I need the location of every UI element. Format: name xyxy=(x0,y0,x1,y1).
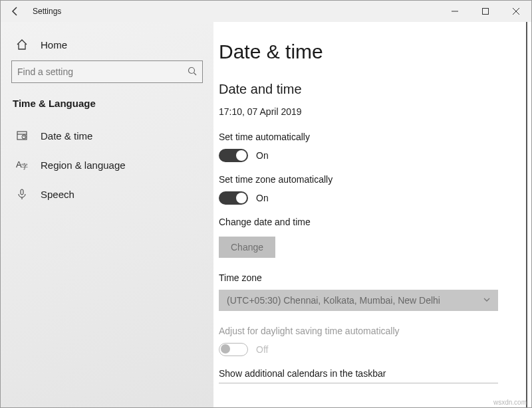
home-icon xyxy=(15,38,29,51)
maximize-icon xyxy=(482,8,489,15)
current-datetime: 17:10, 07 April 2019 xyxy=(219,106,511,117)
search-input-container[interactable] xyxy=(11,60,203,83)
maximize-button[interactable] xyxy=(470,1,501,22)
search-icon xyxy=(188,66,197,78)
minimize-icon xyxy=(452,8,458,15)
settings-window: Settings Home xyxy=(0,0,532,408)
window-controls xyxy=(440,1,531,22)
page-title: Date & time xyxy=(219,41,511,63)
content-area: Home Time & Language Date & time A字 R xyxy=(1,22,531,407)
arrow-left-icon xyxy=(10,6,21,17)
clock-icon xyxy=(15,129,29,142)
set-tz-auto-toggle[interactable] xyxy=(219,191,248,205)
mic-icon xyxy=(15,187,29,201)
app-title: Settings xyxy=(33,7,440,16)
sidebar: Home Time & Language Date & time A字 R xyxy=(1,22,213,407)
toggle-knob xyxy=(236,193,247,203)
svg-text:字: 字 xyxy=(21,163,28,170)
change-dt-label: Change date and time xyxy=(219,217,511,227)
sidebar-section-title: Time & Language xyxy=(11,98,203,109)
sidebar-item-label: Region & language xyxy=(41,159,126,171)
svg-rect-1 xyxy=(483,9,489,15)
toggle-knob xyxy=(221,344,230,354)
toggle-knob xyxy=(236,150,247,161)
main-panel: Date & time Date and time 17:10, 07 Apri… xyxy=(213,22,531,407)
set-tz-auto-state: On xyxy=(256,193,269,203)
additional-calendars-select-top[interactable] xyxy=(219,383,498,383)
timezone-label: Time zone xyxy=(219,272,511,283)
svg-line-5 xyxy=(194,72,197,75)
close-button[interactable] xyxy=(501,1,531,22)
set-time-auto-label: Set time automatically xyxy=(219,132,511,142)
back-button[interactable] xyxy=(1,1,30,22)
close-icon xyxy=(513,8,519,15)
dst-state: Off xyxy=(256,344,268,355)
section-heading: Date and time xyxy=(219,82,511,97)
set-tz-auto-toggle-row: On xyxy=(219,191,511,205)
set-time-auto-toggle-row: On xyxy=(219,149,511,162)
sidebar-item-date-time[interactable]: Date & time xyxy=(11,121,203,150)
sidebar-item-region[interactable]: A字 Region & language xyxy=(11,150,203,179)
titlebar: Settings xyxy=(1,1,531,22)
sidebar-item-label: Date & time xyxy=(41,130,92,142)
timezone-value: (UTC+05:30) Chennai, Kolkata, Mumbai, Ne… xyxy=(227,295,440,306)
set-time-auto-state: On xyxy=(256,150,269,161)
dst-label: Adjust for daylight saving time automati… xyxy=(219,326,511,336)
svg-rect-13 xyxy=(21,189,23,195)
timezone-select[interactable]: (UTC+05:30) Chennai, Kolkata, Mumbai, Ne… xyxy=(219,290,498,311)
home-label: Home xyxy=(41,39,67,51)
dst-toggle xyxy=(219,343,248,356)
change-button[interactable]: Change xyxy=(219,237,275,258)
chevron-down-icon xyxy=(483,296,490,305)
svg-point-4 xyxy=(189,67,195,73)
dst-toggle-row: Off xyxy=(219,343,511,356)
minimize-button[interactable] xyxy=(440,1,470,22)
additional-calendars-label: Show additional calendars in the taskbar xyxy=(219,368,511,379)
set-tz-auto-label: Set time zone automatically xyxy=(219,174,511,185)
watermark: wsxdn.com xyxy=(493,399,527,406)
globe-icon: A字 xyxy=(15,158,29,171)
scrollbar[interactable] xyxy=(526,22,527,407)
set-time-auto-toggle[interactable] xyxy=(219,149,248,162)
sidebar-item-speech[interactable]: Speech xyxy=(11,179,203,209)
sidebar-item-label: Speech xyxy=(41,189,74,200)
home-nav[interactable]: Home xyxy=(11,34,203,60)
search-input[interactable] xyxy=(17,66,188,77)
